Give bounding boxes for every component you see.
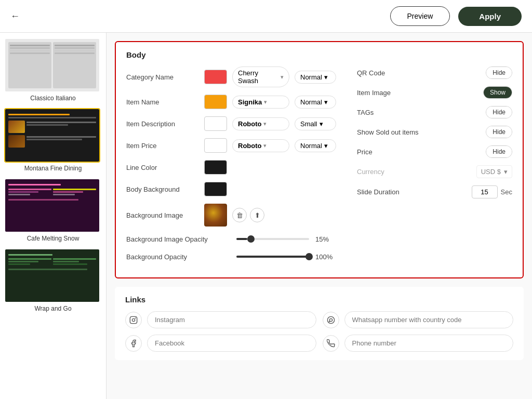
category-name-color[interactable] [204, 70, 227, 84]
bg-opacity-slider[interactable] [236, 251, 309, 262]
price-row: Price Hide [357, 145, 512, 158]
slide-duration-value[interactable] [472, 185, 498, 198]
item-name-color[interactable] [204, 95, 227, 109]
instagram-row [125, 311, 316, 328]
sold-out-toggle[interactable]: Hide [486, 126, 512, 138]
category-name-row: Category Name Cherry Swash ▾ Normal ▾ [126, 66, 336, 87]
svg-point-1 [132, 318, 135, 321]
template-label-cafe: Cafe Melting Snow [4, 235, 102, 242]
line-color-label: Line Color [126, 164, 199, 171]
bg-image-opacity-slider[interactable] [236, 234, 309, 244]
bg-opacity-row: Background Opacity 100% [126, 251, 336, 262]
template-item-montana[interactable]: Montana Fine Dining [4, 108, 102, 172]
bg-image-opacity-value: 15% [315, 235, 336, 243]
template-label-classico: Classico Italiano [4, 95, 102, 102]
chevron-down-icon: ▾ [263, 121, 267, 127]
slide-duration-row: Slide Duration Sec [357, 185, 512, 198]
apply-button[interactable]: Apply [458, 7, 522, 26]
item-image-label: Item Image [357, 89, 391, 97]
item-image-toggle[interactable]: Show [483, 86, 512, 99]
chevron-down-icon: ▾ [281, 74, 284, 81]
bg-image-opacity-fill [236, 238, 247, 240]
template-item-classico[interactable]: Classico Italiano [4, 38, 102, 102]
category-name-label: Category Name [126, 73, 199, 81]
phone-row [323, 335, 514, 352]
main-layout: Classico Italiano [0, 33, 532, 399]
facebook-input[interactable] [147, 335, 316, 352]
tags-hide-option[interactable]: Hide [486, 107, 512, 118]
price-hide-option[interactable]: Hide [486, 146, 512, 157]
item-description-size[interactable]: Small ▾ [295, 117, 336, 130]
item-description-color[interactable] [204, 116, 227, 131]
item-price-size[interactable]: Normal ▾ [295, 139, 336, 152]
sold-out-hide-option[interactable]: Hide [486, 126, 512, 138]
item-name-label: Item Name [126, 98, 199, 106]
chevron-down-icon: ▾ [320, 120, 323, 128]
line-color-row: Line Color [126, 160, 336, 175]
bg-opacity-thumb[interactable] [305, 253, 313, 260]
whatsapp-input[interactable] [344, 311, 514, 328]
phone-input[interactable] [344, 335, 514, 352]
bg-image-opacity-track [236, 238, 309, 240]
bg-image-actions: 🗑 ⬆ [232, 208, 264, 222]
bg-image-opacity-thumb[interactable] [247, 235, 255, 243]
sidebar: Classico Italiano [0, 33, 107, 399]
sold-out-label: Show Sold out items [357, 128, 419, 136]
bg-image-delete-button[interactable]: 🗑 [232, 208, 247, 222]
tags-label: TAGs [357, 109, 374, 116]
body-bg-color[interactable] [204, 182, 227, 196]
chevron-down-icon: ▾ [324, 98, 328, 106]
category-name-size[interactable]: Normal ▾ [295, 71, 336, 84]
bg-image-upload-button[interactable]: ⬆ [250, 208, 264, 222]
qr-code-toggle[interactable]: Hide [486, 66, 512, 79]
instagram-input[interactable] [147, 311, 316, 328]
whatsapp-row [323, 311, 514, 328]
template-item-cafe[interactable]: Cafe Melting Snow [4, 178, 102, 242]
bg-opacity-value: 100% [315, 253, 336, 261]
tags-toggle[interactable]: Hide [486, 106, 512, 118]
bg-image-preview [204, 204, 227, 227]
currency-label: Currency [357, 168, 384, 176]
item-description-label: Item Description [126, 120, 199, 128]
svg-point-2 [135, 317, 136, 318]
item-price-label: Item Price [126, 142, 199, 150]
template-label-wrap: Wrap and Go [4, 305, 102, 312]
qr-code-hide-option[interactable]: Hide [486, 67, 512, 78]
body-section: Body Category Name Cherry Swash ▾ Normal [115, 41, 524, 278]
category-name-font[interactable]: Cherry Swash ▾ [232, 66, 289, 87]
template-thumb-classico [4, 38, 100, 92]
content-area: Body Category Name Cherry Swash ▾ Normal [107, 33, 532, 399]
item-price-font[interactable]: Roboto ▾ [232, 139, 289, 152]
bg-image-row: Background Image 🗑 ⬆ [126, 204, 336, 227]
chevron-down-icon: ▾ [324, 142, 328, 150]
bg-opacity-label: Background Opacity [126, 253, 230, 261]
body-section-title: Body [126, 50, 512, 59]
template-item-wrap[interactable]: Wrap and Go [4, 248, 102, 312]
preview-button[interactable]: Preview [390, 6, 450, 26]
item-description-font[interactable]: Roboto ▾ [232, 117, 289, 130]
item-name-font[interactable]: Signika ▾ [232, 96, 289, 109]
tags-row: TAGs Hide [357, 106, 512, 118]
item-price-row: Item Price Roboto ▾ Normal ▾ [126, 138, 336, 153]
line-color-swatch[interactable] [204, 160, 227, 175]
body-right-col: QR Code Hide Item Image Show [357, 66, 512, 269]
item-image-row: Item Image Show [357, 86, 512, 99]
links-section: Links [115, 287, 524, 360]
item-image-show-option[interactable]: Show [484, 87, 512, 98]
chevron-down-icon: ▾ [504, 168, 508, 176]
price-toggle[interactable]: Hide [486, 145, 512, 158]
price-label: Price [357, 148, 373, 156]
slide-duration-label: Slide Duration [357, 188, 400, 196]
top-bar: ← Preview Apply [0, 0, 532, 33]
phone-icon [323, 335, 339, 352]
item-price-color[interactable] [204, 138, 227, 153]
back-button[interactable]: ← [10, 11, 20, 22]
currency-select[interactable]: USD $ ▾ [476, 165, 512, 178]
item-description-row: Item Description Roboto ▾ Small ▾ [126, 116, 336, 131]
qr-code-row: QR Code Hide [357, 66, 512, 79]
bg-image-label: Background Image [126, 211, 199, 219]
body-grid: Category Name Cherry Swash ▾ Normal ▾ [126, 66, 512, 269]
facebook-icon [125, 335, 142, 352]
chevron-down-icon: ▾ [263, 142, 267, 149]
item-name-size[interactable]: Normal ▾ [295, 96, 336, 109]
